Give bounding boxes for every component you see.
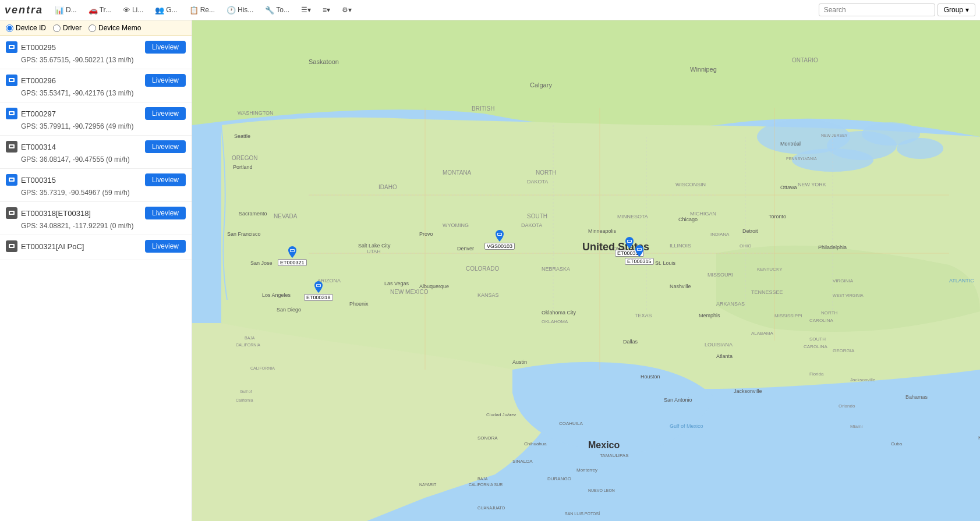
svg-text:San Jose: San Jose — [250, 260, 273, 266]
svg-text:Austin: Austin — [512, 359, 527, 365]
nav-settings[interactable]: ⚙▾ — [337, 3, 356, 16]
svg-text:ONTARIO: ONTARIO — [792, 57, 818, 63]
svg-text:WYOMING: WYOMING — [443, 222, 469, 228]
svg-text:NEW YORK: NEW YORK — [798, 182, 826, 187]
svg-text:Bahamas: Bahamas — [905, 394, 928, 400]
nav-live[interactable]: 👁 Li... — [118, 3, 148, 17]
svg-rect-135 — [317, 285, 320, 286]
map-marker-et000321[interactable]: ET000321 — [278, 246, 307, 266]
device-name-row: ET000314 — [6, 141, 56, 153]
svg-text:ALABAMA: ALABAMA — [751, 331, 773, 336]
svg-text:CALIFORNIA SUR: CALIFORNIA SUR — [469, 483, 503, 487]
nav-groups[interactable]: 👥 G... — [150, 3, 182, 17]
device-name-row: ET000295 — [6, 41, 56, 53]
svg-rect-139 — [628, 240, 631, 242]
svg-text:SONORA: SONORA — [477, 435, 498, 441]
device-status-icon — [6, 174, 17, 186]
liveview-button[interactable]: Liveview — [145, 107, 186, 120]
svg-text:Florida: Florida — [809, 371, 824, 377]
svg-text:MINNESOTA: MINNESOTA — [617, 214, 648, 219]
tools-icon: 🔧 — [265, 6, 274, 15]
svg-text:KANSAS: KANSAS — [477, 292, 499, 298]
groups-icon: 👥 — [155, 6, 164, 15]
svg-text:NEBRASKA: NEBRASKA — [542, 266, 570, 272]
reports-icon: 📋 — [189, 6, 199, 15]
nav-history-label: His... — [238, 6, 253, 14]
svg-text:Toronto: Toronto — [769, 214, 786, 219]
device-status-icon — [6, 108, 17, 119]
map-marker-vgs00103[interactable]: VGS00103 — [484, 230, 515, 250]
device-id: ET000315 — [21, 176, 56, 185]
svg-text:DAKOTA: DAKOTA — [521, 222, 542, 228]
nav-menu2[interactable]: ≡▾ — [318, 3, 335, 16]
list-item: ET000295 Liveview GPS: 35.67515, -90.502… — [0, 36, 192, 69]
device-header: ET000295 Liveview — [6, 41, 186, 54]
marker-label-et000315: ET000315 — [625, 258, 654, 265]
group-button[interactable]: Group ▾ — [937, 3, 975, 16]
svg-text:Winnipeg: Winnipeg — [690, 66, 717, 73]
nav-tools[interactable]: 🔧 To... — [260, 3, 294, 17]
dashboard-icon: 📊 — [55, 6, 64, 15]
svg-text:KENTUCKY: KENTUCKY — [757, 267, 783, 272]
nav-reports[interactable]: 📋 Re... — [185, 3, 220, 17]
device-id: ET000296 — [21, 76, 56, 85]
svg-text:Salt Lake City: Salt Lake City — [358, 243, 391, 249]
svg-rect-1 — [10, 46, 13, 48]
svg-rect-133 — [291, 250, 294, 251]
search-input[interactable] — [819, 3, 935, 16]
nav-history[interactable]: 🕐 His... — [222, 3, 258, 17]
nav-menu1[interactable]: ☰▾ — [296, 3, 316, 16]
svg-text:Nashville: Nashville — [670, 283, 691, 289]
svg-text:Jacksonville: Jacksonville — [734, 388, 762, 394]
liveview-button[interactable]: Liveview — [145, 41, 186, 54]
nav-dashboard-label: D... — [66, 6, 77, 14]
svg-text:NORTH: NORTH — [536, 169, 556, 176]
svg-text:Houston: Houston — [641, 374, 660, 380]
device-header: ET000321[AI PoC] Liveview — [6, 240, 186, 253]
nav-dashboard[interactable]: 📊 D... — [50, 3, 82, 17]
filter-device-memo[interactable]: Device Memo — [89, 24, 141, 32]
map-area[interactable]: Saskatoon Calgary Winnipeg ONTARIO BRITI… — [192, 20, 980, 521]
device-gps: GPS: 35.7319, -90.54967 (59 mi/h) — [6, 189, 186, 197]
svg-text:Las Vegas: Las Vegas — [384, 281, 409, 286]
device-name-row: ET000297 — [6, 108, 56, 119]
liveview-button[interactable]: Liveview — [145, 74, 186, 87]
filter-driver-label: Driver — [63, 24, 82, 32]
filter-device-id[interactable]: Device ID — [6, 24, 46, 32]
svg-text:Montréal: Montréal — [780, 141, 801, 147]
liveview-button[interactable]: Liveview — [145, 207, 186, 219]
marker-label-et000318: ET000318 — [304, 294, 333, 301]
liveview-button[interactable]: Liveview — [145, 240, 186, 253]
svg-text:Memphis: Memphis — [699, 313, 720, 318]
map-background: Saskatoon Calgary Winnipeg ONTARIO BRITI… — [192, 20, 980, 521]
svg-text:SAN LUIS POTOSÍ: SAN LUIS POTOSÍ — [565, 511, 600, 516]
svg-text:Chihuahua: Chihuahua — [524, 441, 547, 446]
svg-text:CAROLINA: CAROLINA — [804, 344, 828, 349]
nav-tracking[interactable]: 🚗 Tr... — [84, 3, 116, 17]
device-id: ET000318[ET00318] — [21, 209, 91, 218]
svg-text:TEXAS: TEXAS — [635, 313, 652, 318]
map-marker-et000315[interactable]: ET000315 — [625, 245, 654, 265]
list-item: ET000315 Liveview GPS: 35.7319, -90.5496… — [0, 169, 192, 202]
svg-text:NAYARIT: NAYARIT — [419, 483, 437, 487]
marker-label-et000321: ET000321 — [278, 259, 307, 266]
device-name-row: ET000296 — [6, 75, 56, 86]
filter-driver[interactable]: Driver — [53, 24, 82, 32]
device-id: ET000321[AI PoC] — [21, 242, 84, 251]
liveview-button[interactable]: Liveview — [145, 140, 186, 153]
svg-text:Atlanta: Atlanta — [716, 353, 733, 359]
liveview-button[interactable]: Liveview — [145, 173, 186, 186]
device-header: ET000314 Liveview — [6, 140, 186, 153]
svg-text:BRITISH: BRITISH — [472, 105, 494, 112]
svg-text:COLORADO: COLORADO — [466, 265, 499, 272]
svg-text:WEST VIRGINIA: WEST VIRGINIA — [833, 293, 864, 297]
svg-text:Oklahoma City: Oklahoma City — [542, 310, 576, 316]
chevron-down-icon: ▾ — [965, 6, 969, 14]
svg-text:Gulf of: Gulf of — [240, 389, 252, 394]
svg-text:PENNSYLVANIA: PENNSYLVANIA — [786, 157, 817, 161]
svg-text:VIRGINIA: VIRGINIA — [833, 278, 854, 283]
svg-text:Gulf of Mexico: Gulf of Mexico — [670, 423, 703, 429]
map-marker-et000318[interactable]: ET000318 — [304, 281, 333, 301]
svg-text:NEW JERSEY: NEW JERSEY — [821, 133, 848, 137]
svg-text:San Francisco: San Francisco — [227, 231, 261, 237]
